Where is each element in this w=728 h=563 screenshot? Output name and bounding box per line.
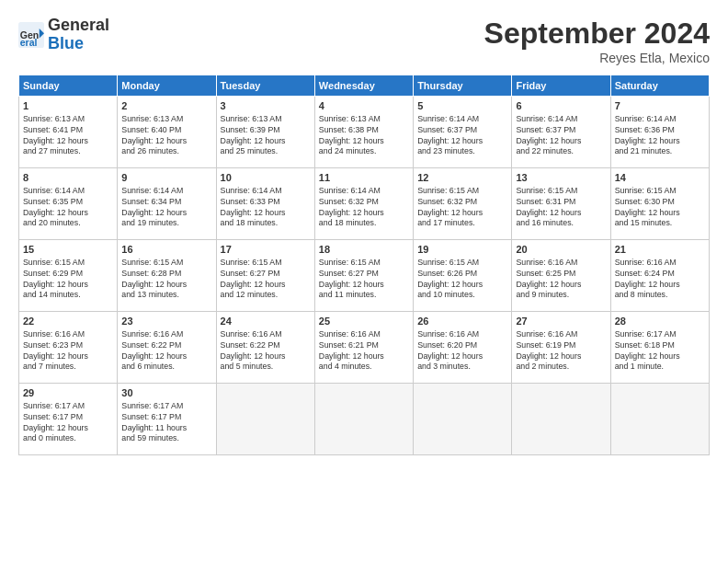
calendar-cell (216, 384, 314, 455)
header-wednesday: Wednesday (314, 75, 413, 97)
day-number: 24 (221, 315, 311, 328)
day-number: 18 (319, 243, 409, 257)
calendar-header-row: SundayMondayTuesdayWednesdayThursdayFrid… (19, 75, 710, 97)
calendar-cell: 13Sunrise: 6:15 AM Sunset: 6:31 PM Dayli… (512, 168, 610, 240)
day-number: 15 (23, 243, 113, 257)
calendar-body: 1Sunrise: 6:13 AM Sunset: 6:41 PM Daylig… (19, 97, 710, 455)
day-info: Sunrise: 6:14 AM Sunset: 6:37 PM Dayligh… (516, 114, 606, 158)
day-number: 12 (417, 171, 507, 185)
calendar-cell: 1Sunrise: 6:13 AM Sunset: 6:41 PM Daylig… (19, 97, 118, 168)
day-number: 6 (516, 99, 606, 113)
day-info: Sunrise: 6:14 AM Sunset: 6:36 PM Dayligh… (615, 114, 705, 158)
day-info: Sunrise: 6:13 AM Sunset: 6:40 PM Dayligh… (121, 114, 211, 158)
day-number: 1 (23, 99, 113, 113)
day-info: Sunrise: 6:15 AM Sunset: 6:28 PM Dayligh… (121, 258, 211, 302)
day-number: 25 (319, 315, 409, 328)
day-info: Sunrise: 6:16 AM Sunset: 6:20 PM Dayligh… (417, 329, 507, 373)
day-number: 23 (121, 315, 211, 328)
header-tuesday: Tuesday (216, 75, 314, 97)
day-number: 26 (417, 315, 507, 328)
svg-text:eral: eral (20, 37, 38, 48)
day-number: 29 (23, 386, 113, 400)
calendar-table: SundayMondayTuesdayWednesdayThursdayFrid… (18, 75, 710, 455)
day-info: Sunrise: 6:14 AM Sunset: 6:32 PM Dayligh… (319, 186, 409, 230)
day-info: Sunrise: 6:13 AM Sunset: 6:38 PM Dayligh… (319, 114, 409, 158)
day-info: Sunrise: 6:15 AM Sunset: 6:29 PM Dayligh… (23, 258, 113, 302)
day-number: 17 (221, 243, 311, 257)
calendar-cell: 12Sunrise: 6:15 AM Sunset: 6:32 PM Dayli… (414, 168, 512, 240)
header-thursday: Thursday (414, 75, 512, 97)
day-info: Sunrise: 6:16 AM Sunset: 6:25 PM Dayligh… (516, 258, 606, 302)
header-monday: Monday (118, 75, 216, 97)
calendar-cell: 30Sunrise: 6:17 AM Sunset: 6:17 PM Dayli… (118, 384, 216, 455)
calendar-cell: 5Sunrise: 6:14 AM Sunset: 6:37 PM Daylig… (414, 97, 512, 168)
day-info: Sunrise: 6:17 AM Sunset: 6:18 PM Dayligh… (615, 329, 705, 373)
day-info: Sunrise: 6:16 AM Sunset: 6:22 PM Dayligh… (121, 329, 211, 373)
calendar-cell: 7Sunrise: 6:14 AM Sunset: 6:36 PM Daylig… (610, 97, 709, 168)
day-number: 10 (221, 171, 311, 185)
day-info: Sunrise: 6:16 AM Sunset: 6:21 PM Dayligh… (319, 329, 409, 373)
calendar-cell: 23Sunrise: 6:16 AM Sunset: 6:22 PM Dayli… (118, 312, 216, 384)
day-info: Sunrise: 6:16 AM Sunset: 6:23 PM Dayligh… (23, 329, 113, 373)
day-number: 13 (516, 171, 606, 185)
calendar-cell: 17Sunrise: 6:15 AM Sunset: 6:27 PM Dayli… (216, 240, 314, 312)
calendar-cell: 26Sunrise: 6:16 AM Sunset: 6:20 PM Dayli… (414, 312, 512, 384)
header-friday: Friday (512, 75, 610, 97)
day-info: Sunrise: 6:16 AM Sunset: 6:22 PM Dayligh… (221, 329, 311, 373)
day-info: Sunrise: 6:15 AM Sunset: 6:30 PM Dayligh… (615, 186, 705, 230)
day-number: 14 (615, 171, 705, 185)
location-subtitle: Reyes Etla, Mexico (484, 51, 710, 65)
calendar-cell: 6Sunrise: 6:14 AM Sunset: 6:37 PM Daylig… (512, 97, 610, 168)
logo: Gen eral General Blue (18, 17, 109, 53)
calendar-cell: 2Sunrise: 6:13 AM Sunset: 6:40 PM Daylig… (118, 97, 216, 168)
calendar-cell: 28Sunrise: 6:17 AM Sunset: 6:18 PM Dayli… (610, 312, 709, 384)
day-info: Sunrise: 6:17 AM Sunset: 6:17 PM Dayligh… (23, 401, 113, 445)
day-info: Sunrise: 6:14 AM Sunset: 6:35 PM Dayligh… (23, 186, 113, 230)
calendar-cell: 25Sunrise: 6:16 AM Sunset: 6:21 PM Dayli… (314, 312, 413, 384)
day-info: Sunrise: 6:14 AM Sunset: 6:34 PM Dayligh… (121, 186, 211, 230)
calendar-cell: 27Sunrise: 6:16 AM Sunset: 6:19 PM Dayli… (512, 312, 610, 384)
day-info: Sunrise: 6:15 AM Sunset: 6:32 PM Dayligh… (417, 186, 507, 230)
day-info: Sunrise: 6:17 AM Sunset: 6:17 PM Dayligh… (121, 401, 211, 445)
calendar-cell: 3Sunrise: 6:13 AM Sunset: 6:39 PM Daylig… (216, 97, 314, 168)
calendar-week-3: 15Sunrise: 6:15 AM Sunset: 6:29 PM Dayli… (19, 240, 710, 312)
day-info: Sunrise: 6:14 AM Sunset: 6:37 PM Dayligh… (417, 114, 507, 158)
calendar-cell: 16Sunrise: 6:15 AM Sunset: 6:28 PM Dayli… (118, 240, 216, 312)
day-info: Sunrise: 6:15 AM Sunset: 6:27 PM Dayligh… (221, 258, 311, 302)
day-info: Sunrise: 6:16 AM Sunset: 6:19 PM Dayligh… (516, 329, 606, 373)
month-title: September 2024 (484, 17, 710, 51)
day-number: 27 (516, 315, 606, 328)
day-info: Sunrise: 6:15 AM Sunset: 6:31 PM Dayligh… (516, 186, 606, 230)
calendar-cell: 19Sunrise: 6:15 AM Sunset: 6:26 PM Dayli… (414, 240, 512, 312)
calendar-cell: 24Sunrise: 6:16 AM Sunset: 6:22 PM Dayli… (216, 312, 314, 384)
day-info: Sunrise: 6:15 AM Sunset: 6:27 PM Dayligh… (319, 258, 409, 302)
calendar-cell: 15Sunrise: 6:15 AM Sunset: 6:29 PM Dayli… (19, 240, 118, 312)
day-info: Sunrise: 6:16 AM Sunset: 6:24 PM Dayligh… (615, 258, 705, 302)
day-number: 3 (221, 99, 311, 113)
calendar-cell: 9Sunrise: 6:14 AM Sunset: 6:34 PM Daylig… (118, 168, 216, 240)
day-number: 21 (615, 243, 705, 257)
day-info: Sunrise: 6:14 AM Sunset: 6:33 PM Dayligh… (221, 186, 311, 230)
day-number: 7 (615, 99, 705, 113)
calendar-week-1: 1Sunrise: 6:13 AM Sunset: 6:41 PM Daylig… (19, 97, 710, 168)
header-sunday: Sunday (19, 75, 118, 97)
calendar-cell (610, 384, 709, 455)
day-number: 19 (417, 243, 507, 257)
day-number: 4 (319, 99, 409, 113)
day-number: 30 (121, 386, 211, 400)
calendar-cell: 18Sunrise: 6:15 AM Sunset: 6:27 PM Dayli… (314, 240, 413, 312)
calendar-cell: 8Sunrise: 6:14 AM Sunset: 6:35 PM Daylig… (19, 168, 118, 240)
calendar-cell: 11Sunrise: 6:14 AM Sunset: 6:32 PM Dayli… (314, 168, 413, 240)
calendar-cell: 4Sunrise: 6:13 AM Sunset: 6:38 PM Daylig… (314, 97, 413, 168)
logo-line1: General (48, 16, 109, 34)
calendar-cell: 10Sunrise: 6:14 AM Sunset: 6:33 PM Dayli… (216, 168, 314, 240)
day-info: Sunrise: 6:15 AM Sunset: 6:26 PM Dayligh… (417, 258, 507, 302)
calendar-cell: 14Sunrise: 6:15 AM Sunset: 6:30 PM Dayli… (610, 168, 709, 240)
calendar-cell: 22Sunrise: 6:16 AM Sunset: 6:23 PM Dayli… (19, 312, 118, 384)
header-saturday: Saturday (610, 75, 709, 97)
day-number: 8 (23, 171, 113, 185)
calendar-week-4: 22Sunrise: 6:16 AM Sunset: 6:23 PM Dayli… (19, 312, 710, 384)
calendar-week-5: 29Sunrise: 6:17 AM Sunset: 6:17 PM Dayli… (19, 384, 710, 455)
day-number: 22 (23, 315, 113, 328)
day-number: 20 (516, 243, 606, 257)
